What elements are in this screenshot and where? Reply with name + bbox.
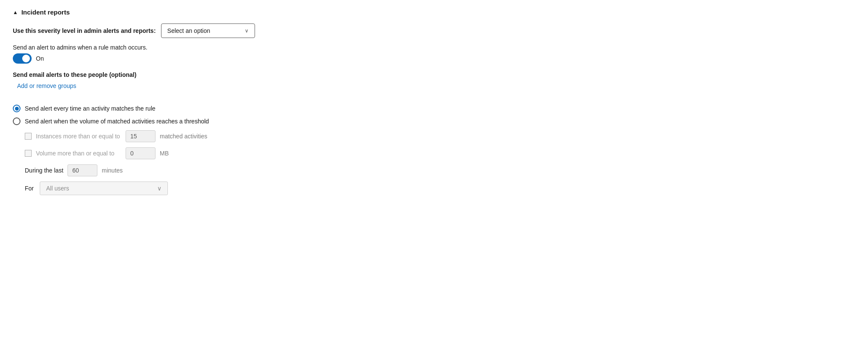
for-dropdown-value: All users [46,185,69,192]
radio-inner-every-time [15,107,19,111]
instances-checkbox[interactable] [25,133,32,140]
for-dropdown[interactable]: All users ∨ [40,181,168,195]
for-chevron-down-icon: ∨ [157,185,161,192]
during-unit: minutes [102,167,123,174]
radio-label-threshold: Send alert when the volume of matched ac… [25,118,209,125]
severity-chevron-down-icon: ∨ [245,28,249,34]
for-label: For [25,185,34,192]
radio-every-time[interactable] [13,105,21,112]
severity-dropdown[interactable]: Select an option ∨ [161,23,255,38]
collapse-chevron-icon[interactable]: ▲ [13,9,18,15]
volume-checkbox[interactable] [25,150,32,157]
email-alerts-label: Send email alerts to these people (optio… [13,71,855,78]
instances-label: Instances more than or equal to [36,133,121,140]
radio-label-every-time: Send alert every time an activity matche… [25,105,155,112]
section-header: ▲ Incident reports [13,9,855,16]
toggle-label: On [36,55,44,62]
add-remove-groups-link[interactable]: Add or remove groups [17,82,76,89]
for-row: For All users ∨ [25,181,855,195]
threshold-section: Instances more than or equal to matched … [25,130,855,195]
instances-row: Instances more than or equal to matched … [25,130,855,142]
during-row: During the last minutes [25,164,855,176]
instances-unit: matched activities [160,133,207,140]
volume-row: Volume more than or equal to MB [25,147,855,159]
during-input[interactable] [67,164,97,176]
alert-toggle[interactable] [13,53,32,64]
during-label: During the last [25,167,63,174]
severity-dropdown-value: Select an option [167,27,210,34]
radio-row-threshold[interactable]: Send alert when the volume of matched ac… [13,117,855,125]
radio-row-every-time[interactable]: Send alert every time an activity matche… [13,105,855,112]
radio-threshold[interactable] [13,117,21,125]
severity-row: Use this severity level in admin alerts … [13,23,855,38]
volume-label: Volume more than or equal to [36,150,121,157]
volume-input[interactable] [126,147,155,159]
alert-rule-label: Send an alert to admins when a rule matc… [13,44,855,51]
toggle-row: On [13,53,855,64]
instances-input[interactable] [126,130,155,142]
volume-unit: MB [160,150,169,157]
section-title: Incident reports [21,9,70,16]
toggle-thumb [22,55,30,62]
severity-label: Use this severity level in admin alerts … [13,27,156,34]
